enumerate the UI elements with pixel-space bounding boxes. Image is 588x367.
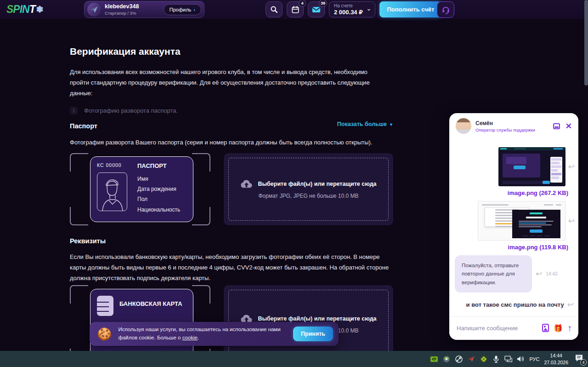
frame-corner [192,153,210,172]
profile-button-label: Профиль [170,7,192,12]
frame-corner [192,285,210,304]
passport-field: Имя [137,174,180,184]
mail-icon [312,6,321,13]
taskbar-time: 14:44 [544,352,568,359]
cookie-text-after: . [198,335,199,340]
steam-tray-icon[interactable] [455,355,463,363]
language-indicator[interactable]: РУС [529,356,539,362]
operator-meta: Семён Оператор службы поддержки [475,120,553,132]
verification-page: Верификация аккаунта Для использования в… [70,46,393,127]
passport-description: Фотография разворота Вашего паспорта (се… [70,138,391,148]
deposit-button[interactable]: Пополнить счёт [379,1,441,17]
profile-pill[interactable]: klebedev348 Стартапер / 3% Профиль › [84,1,204,18]
card-chip-icon [97,296,113,316]
cookie-accept-button[interactable]: Принять [293,327,333,341]
search-icon [270,6,278,13]
profile-button[interactable]: Профиль › [164,4,201,15]
calendar-button[interactable]: 4 [287,1,304,17]
operator-role: Оператор службы поддержки [475,127,553,132]
avatar [87,3,101,17]
frame-corner [70,153,88,172]
requisites-description: Если Вы использовали банковскую карту/ка… [70,252,391,283]
screen: SPINT✽ klebedev348 Стартапер / 3% Профил… [0,0,588,367]
network-tray-icon[interactable] [504,355,512,363]
upload-hint: Формат JPG, JPEG не больше 10.0 MB [258,193,358,199]
cookie-banner: 🍪 Используя наши услуги, вы соглашаетесь… [90,322,339,346]
geforce-tray-icon[interactable] [442,355,450,363]
nvidia-tray-icon[interactable] [430,355,438,363]
passport-card-title: ПАСПОРТ [137,162,180,169]
message-time: 14:43 [546,271,557,276]
calendar-badge: 4 [299,0,306,7]
passport-card-right: ПАСПОРТ Имя Дата рождения Пол Национальн… [137,162,180,215]
reply-icon[interactable]: ↩ [536,269,542,279]
upload-title: Выберите файл(ы) или перетащите сюда [258,181,376,187]
bank-card-row: БАНКОВСКАЯ КАРТА [97,296,187,316]
microphone-tray-icon[interactable] [492,355,500,363]
logo-t-text: T [29,3,35,16]
page-title: Верификация аккаунта [70,46,393,57]
cookie-icon: 🍪 [97,327,112,341]
headset-icon [441,6,450,14]
operator-message-bubble: Пожалуйста, отправьте повторно данные дл… [455,255,532,292]
gift-icon[interactable]: 🎁 [554,324,563,333]
passport-sample-card: КС 00000 [90,156,193,222]
attach-image-icon[interactable] [542,324,549,332]
notification-center-button[interactable]: 4 [575,354,583,364]
passport-upload-dropzone[interactable]: Выберите файл(ы) или перетащите сюда Фор… [224,153,393,225]
passport-fields: Имя Дата рождения Пол Национальность [137,174,180,215]
show-more-link[interactable]: Показать больше▼ [70,121,393,127]
bank-card-title: БАНКОВСКАЯ КАРТА [119,300,182,307]
volume-tray-icon[interactable] [517,355,525,363]
mail-badge: 39 [319,0,327,7]
reply-icon[interactable]: ↩ [567,300,574,310]
balance-texts: На счете 2 000.34 ₽ [334,3,363,16]
reply-icon[interactable]: ↩ [568,216,575,226]
profile-names: klebedev348 Стартапер / 3% [105,3,164,16]
user-level: Стартапер / 3% [105,11,164,16]
taskbar-clock[interactable]: 14:44 27.03.2026 [544,352,568,365]
chat-input-bar: 🎁 ↑ [449,316,578,340]
document-list-item: 1 Фотографию разворота паспорта. [70,107,393,115]
minimize-icon[interactable] [553,123,560,129]
passport-field: Дата рождения [137,184,180,194]
chat-controls: ✕ [553,122,572,130]
list-item-number: 1 [70,107,78,115]
balance-amount: 2 000.34 ₽ [334,9,363,16]
chat-messages: ↩ image.png (267.2 KB) [449,138,578,316]
brand-logo[interactable]: SPINT✽ [6,3,43,16]
passport-photo-placeholder [97,172,127,211]
intro-text: Для использования всех возможностей наше… [70,67,382,98]
passport-upload-inner: Выберите файл(ы) или перетащите сюда Фор… [228,158,389,221]
list-item-text: Фотографию разворота паспорта. [84,107,178,114]
logo-spin-text: SPIN [6,3,29,16]
support-button[interactable] [437,1,454,18]
page-scrollbar[interactable] [584,0,588,86]
upload-row: Выберите файл(ы) или перетащите сюда [240,179,376,189]
close-icon[interactable]: ✕ [565,122,572,130]
attachment-1-caption[interactable]: image.png (267.2 KB) [455,189,568,196]
search-button[interactable] [266,1,283,17]
telegram-tray-icon[interactable] [467,355,475,363]
balance-dropdown[interactable]: На счете 2 000.34 ₽ ⌄ [329,1,375,17]
reply-icon[interactable]: ↩ [568,162,575,172]
top-header: SPINT✽ klebedev348 Стартапер / 3% Профил… [0,0,588,19]
balance-label: На счете [334,3,363,8]
mail-button[interactable]: 39 [308,1,325,17]
operator-avatar [456,118,471,134]
user-message-text: и вот такое смс пришло на почту [466,301,564,308]
user-message-row: и вот такое смс пришло на почту ↩ [455,300,574,310]
attachment-image-1[interactable] [498,147,565,186]
send-icon[interactable]: ↑ [567,323,572,333]
show-more-label: Показать больше [337,121,387,127]
antivirus-tray-icon[interactable] [480,355,487,363]
attachment-image-2[interactable] [478,201,565,241]
operator-message-row: Пожалуйста, отправьте повторно данные дл… [455,255,575,292]
cookie-link[interactable]: cookie [182,335,198,340]
attachment-2-caption[interactable]: image.png (119.8 KB) [455,244,568,251]
username: klebedev348 [105,3,164,10]
upload-title: Выберите файл(ы) или перетащите сюда [258,315,376,322]
calendar-icon [291,6,300,14]
chevron-down-icon: ▼ [389,122,393,127]
message-input[interactable] [457,325,537,332]
